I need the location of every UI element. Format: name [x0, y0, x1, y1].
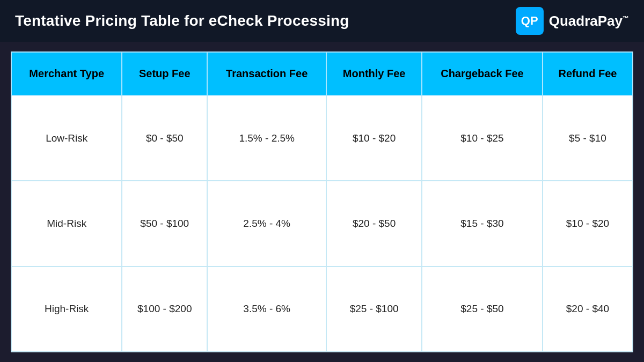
cell-monthly-fee-1: $20 - $50 [326, 181, 422, 266]
cell-chargeback-fee-1: $15 - $30 [422, 181, 543, 266]
logo-name: QuadraPay [549, 13, 623, 29]
cell-refund-fee-0: $5 - $10 [543, 95, 633, 181]
cell-transaction-fee-0: 1.5% - 2.5% [207, 95, 326, 181]
cell-monthly-fee-2: $25 - $100 [326, 267, 422, 352]
cell-setup-fee-1: $50 - $100 [122, 181, 207, 266]
cell-setup-fee-0: $0 - $50 [122, 95, 207, 181]
col-header-chargeback-fee: Chargeback Fee [422, 52, 543, 95]
pricing-table: Merchant Type Setup Fee Transaction Fee … [11, 51, 633, 352]
cell-merchant-type-2: High-Risk [11, 267, 122, 352]
table-row: Mid-Risk $50 - $100 2.5% - 4% $20 - $50 … [11, 181, 633, 266]
page-title: Tentative Pricing Table for eCheck Proce… [15, 12, 349, 29]
cell-transaction-fee-2: 3.5% - 6% [207, 267, 326, 352]
col-header-merchant-type: Merchant Type [11, 52, 122, 95]
page-wrapper: Tentative Pricing Table for eCheck Proce… [0, 0, 644, 362]
cell-monthly-fee-0: $10 - $20 [326, 95, 422, 181]
col-header-setup-fee: Setup Fee [122, 52, 207, 95]
cell-refund-fee-1: $10 - $20 [543, 181, 633, 266]
cell-setup-fee-2: $100 - $200 [122, 267, 207, 352]
table-header-row: Merchant Type Setup Fee Transaction Fee … [11, 52, 633, 95]
col-header-refund-fee: Refund Fee [543, 52, 633, 95]
col-header-transaction-fee: Transaction Fee [207, 52, 326, 95]
logo-icon: QP [516, 7, 544, 35]
cell-merchant-type-1: Mid-Risk [11, 181, 122, 266]
cell-transaction-fee-1: 2.5% - 4% [207, 181, 326, 266]
col-header-monthly-fee: Monthly Fee [326, 52, 422, 95]
cell-refund-fee-2: $20 - $40 [543, 267, 633, 352]
header: Tentative Pricing Table for eCheck Proce… [0, 0, 644, 42]
table-row: High-Risk $100 - $200 3.5% - 6% $25 - $1… [11, 267, 633, 352]
table-container: Merchant Type Setup Fee Transaction Fee … [0, 42, 644, 362]
logo-tm: ™ [623, 14, 629, 22]
cell-chargeback-fee-2: $25 - $50 [422, 267, 543, 352]
cell-chargeback-fee-0: $10 - $25 [422, 95, 543, 181]
logo-text: QuadraPay™ [549, 13, 629, 29]
logo-container: QP QuadraPay™ [516, 7, 629, 35]
cell-merchant-type-0: Low-Risk [11, 95, 122, 181]
table-row: Low-Risk $0 - $50 1.5% - 2.5% $10 - $20 … [11, 95, 633, 181]
